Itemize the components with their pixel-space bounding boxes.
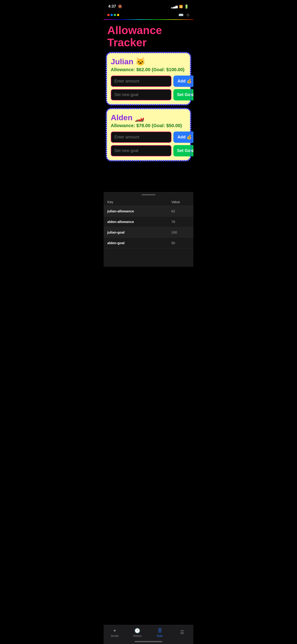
data-section: Key Value julian-allowance 62 alden-allo… (104, 192, 194, 267)
julian-card: Julian 🐱 Allowance: $62.00 (Goal: $100.0… (106, 52, 191, 105)
dot-green (114, 14, 116, 16)
dot-yellow (117, 14, 119, 16)
alden-goal-row: Set Goal 🎯 (111, 145, 186, 156)
keyboard-icon[interactable]: ⌨️ (178, 12, 184, 18)
julian-name: Julian 🐱 (111, 57, 186, 66)
row-key-julian-allowance: julian-allowance (107, 209, 171, 213)
top-bar-actions: ⌨️ ⊹ (178, 12, 190, 18)
alden-goal-input[interactable] (111, 145, 172, 156)
julian-set-goal-button[interactable]: Set Goal 🎯 (173, 89, 194, 100)
alden-amount-input[interactable] (111, 132, 172, 143)
top-bar-dots (107, 14, 119, 16)
row-value-julian-goal: 100 (171, 230, 190, 234)
row-key-alden-goal: alden-goal (107, 241, 171, 245)
bell-icon: 🔕 (118, 4, 122, 8)
drag-handle[interactable] (142, 194, 156, 195)
julian-goal-row: Set Goal 🎯 (111, 89, 186, 100)
wifi-icon: 📶 (179, 5, 183, 8)
row-value-alden-allowance: 78 (171, 220, 190, 224)
julian-add-button[interactable]: Add 💰 (173, 76, 194, 87)
table-header: Key Value (104, 198, 194, 206)
dot-blue (110, 14, 113, 16)
julian-goal-input[interactable] (111, 89, 172, 100)
alden-add-button[interactable]: Add 💰 (173, 132, 194, 143)
main-content: Julian 🐱 Allowance: $62.00 (Goal: $100.0… (104, 52, 194, 161)
table-row: alden-allowance 78 (104, 216, 194, 227)
alden-allowance-display: Allowance: $78.00 (Goal: $50.00) (111, 123, 186, 128)
julian-amount-input[interactable] (111, 76, 172, 87)
header-value: Value (171, 200, 190, 204)
row-value-julian-allowance: 62 (171, 209, 190, 213)
table-row: alden-goal 50 (104, 238, 194, 248)
dot-red (107, 14, 110, 16)
julian-input-row: Add 💰 Remove 🚫 (111, 76, 186, 87)
table-row: julian-allowance 62 (104, 206, 194, 216)
top-bar: ⌨️ ⊹ (104, 12, 194, 20)
status-bar: 4:37 🔕 ▂▄▆ 📶 🔋 (104, 0, 194, 12)
row-key-julian-goal: julian-goal (107, 230, 171, 234)
alden-input-row: Add 💰 Remove 🚫 (111, 132, 186, 143)
status-icons: ▂▄▆ 📶 🔋 (171, 4, 189, 9)
alden-card: Alden 🏎️ Allowance: $78.00 (Goal: $50.00… (106, 108, 191, 161)
battery-icon: 🔋 (184, 4, 189, 9)
app-title: Allowance Tracker (104, 20, 194, 52)
julian-allowance-display: Allowance: $62.00 (Goal: $100.00) (111, 67, 186, 72)
alden-name: Alden 🏎️ (111, 113, 186, 122)
alden-set-goal-button[interactable]: Set Goal 🎯 (173, 145, 194, 156)
status-time: 4:37 (108, 4, 116, 9)
spacer (104, 164, 194, 192)
signal-icon: ▂▄▆ (171, 5, 178, 8)
header-key: Key (107, 200, 171, 204)
row-value-alden-goal: 50 (171, 241, 190, 245)
row-key-alden-allowance: alden-allowance (107, 220, 171, 224)
expand-icon[interactable]: ⊹ (186, 12, 190, 18)
table-row: julian-goal 100 (104, 227, 194, 238)
